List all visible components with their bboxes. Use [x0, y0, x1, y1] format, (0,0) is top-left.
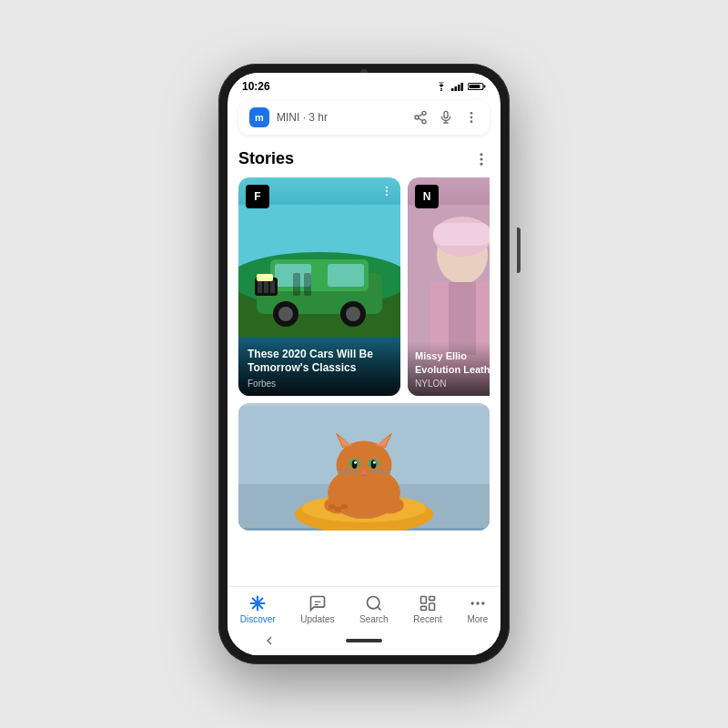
svg-point-71	[376, 496, 403, 513]
svg-point-22	[386, 187, 388, 188]
svg-rect-35	[270, 280, 275, 293]
svg-point-9	[415, 116, 419, 119]
status-time: 10:26	[242, 80, 270, 93]
svg-point-54	[337, 440, 392, 489]
svg-rect-36	[257, 274, 273, 281]
svg-point-18	[470, 120, 473, 123]
card2-text-overlay: Missy Ellio Evolution Leather & NYLON	[408, 342, 490, 396]
svg-rect-84	[421, 606, 427, 610]
svg-rect-42	[304, 273, 311, 296]
svg-point-64	[373, 461, 376, 464]
recent-label: Recent	[413, 614, 442, 624]
card1-menu-icon[interactable]	[380, 185, 393, 197]
svg-point-62	[371, 460, 377, 469]
nylon-badge: N	[415, 185, 439, 208]
svg-point-17	[470, 116, 473, 119]
svg-point-38	[278, 307, 293, 321]
share-icon[interactable]	[413, 110, 428, 125]
svg-point-24	[386, 194, 388, 196]
forbes-badge: F	[246, 185, 269, 208]
stories-header: Stories	[238, 138, 490, 177]
svg-rect-13	[444, 111, 448, 117]
svg-point-79	[367, 597, 379, 609]
discover-icon	[248, 594, 267, 612]
svg-point-8	[422, 111, 426, 115]
svg-rect-82	[430, 597, 435, 601]
svg-point-74	[340, 504, 348, 510]
nav-item-recent[interactable]: Recent	[413, 594, 442, 624]
svg-point-61	[352, 460, 358, 469]
cat-card[interactable]	[238, 403, 490, 531]
notif-more-icon[interactable]	[464, 110, 479, 125]
back-arrow-icon[interactable]	[262, 633, 277, 648]
phone-outer: 10:26	[218, 64, 510, 664]
svg-point-20	[480, 157, 483, 160]
updates-label: Updates	[300, 614, 334, 624]
story-card-nylon[interactable]: N	[408, 177, 490, 396]
search-label: Search	[359, 614, 389, 624]
svg-rect-83	[430, 603, 435, 611]
svg-rect-46	[433, 223, 490, 246]
story-card-forbes[interactable]: F	[238, 177, 400, 396]
notif-app-icon: m	[249, 107, 269, 127]
bottom-nav: Discover Updates Search	[228, 586, 500, 628]
mic-icon[interactable]	[439, 110, 453, 125]
card2-headline: Missy Ellio Evolution Leather &	[415, 349, 490, 376]
svg-point-16	[470, 112, 473, 115]
recent-icon	[419, 594, 437, 612]
svg-point-40	[346, 307, 360, 321]
card2-source: NYLON	[415, 379, 490, 389]
more-icon	[469, 594, 487, 612]
notif-actions	[413, 110, 479, 125]
nav-item-discover[interactable]: Discover	[240, 594, 276, 624]
card1-text-overlay: These 2020 Cars Will Be Tomorrow's Class…	[238, 340, 400, 396]
android-nav	[228, 628, 500, 655]
cat-scene	[238, 403, 490, 531]
car-scene	[238, 205, 400, 337]
svg-rect-34	[264, 280, 268, 293]
svg-rect-2	[455, 86, 458, 91]
phone-screen: 10:26	[228, 73, 500, 655]
svg-point-87	[481, 602, 484, 604]
svg-point-86	[476, 602, 479, 604]
svg-line-12	[419, 114, 423, 116]
nav-item-search[interactable]: Search	[359, 594, 389, 624]
story-cards-row: F	[238, 177, 490, 396]
svg-point-21	[480, 162, 483, 165]
notif-text: MINI · 3 hr	[277, 111, 406, 124]
updates-icon	[308, 594, 327, 612]
svg-rect-7	[470, 85, 480, 88]
home-indicator	[346, 639, 382, 642]
svg-point-23	[386, 190, 388, 192]
nav-item-updates[interactable]: Updates	[300, 594, 334, 624]
card1-headline: These 2020 Cars Will Be Tomorrow's Class…	[248, 348, 391, 376]
wifi-icon	[435, 82, 448, 91]
stories-menu-icon[interactable]	[473, 151, 490, 167]
more-label: More	[467, 614, 488, 624]
status-bar: 10:26	[228, 73, 500, 96]
status-icons	[435, 82, 486, 91]
battery-icon	[468, 82, 486, 91]
svg-rect-6	[484, 86, 486, 88]
svg-rect-33	[258, 280, 262, 293]
svg-point-0	[440, 90, 442, 92]
svg-rect-3	[458, 85, 460, 91]
svg-rect-81	[421, 597, 427, 604]
svg-rect-41	[293, 273, 300, 296]
svg-line-11	[419, 118, 423, 121]
svg-rect-31	[328, 264, 364, 287]
power-button	[517, 228, 521, 273]
svg-point-85	[470, 602, 473, 604]
discover-label: Discover	[240, 614, 276, 624]
car-illustration	[238, 205, 400, 337]
signal-icon	[451, 82, 464, 91]
notification-bar[interactable]: m MINI · 3 hr	[238, 100, 490, 135]
svg-line-80	[378, 607, 381, 611]
cat-illustration	[238, 403, 490, 531]
svg-point-10	[422, 120, 426, 124]
svg-point-72	[329, 504, 336, 510]
card1-source: Forbes	[248, 379, 391, 389]
svg-point-19	[480, 153, 483, 156]
nav-item-more[interactable]: More	[467, 594, 488, 624]
svg-point-73	[335, 507, 342, 512]
